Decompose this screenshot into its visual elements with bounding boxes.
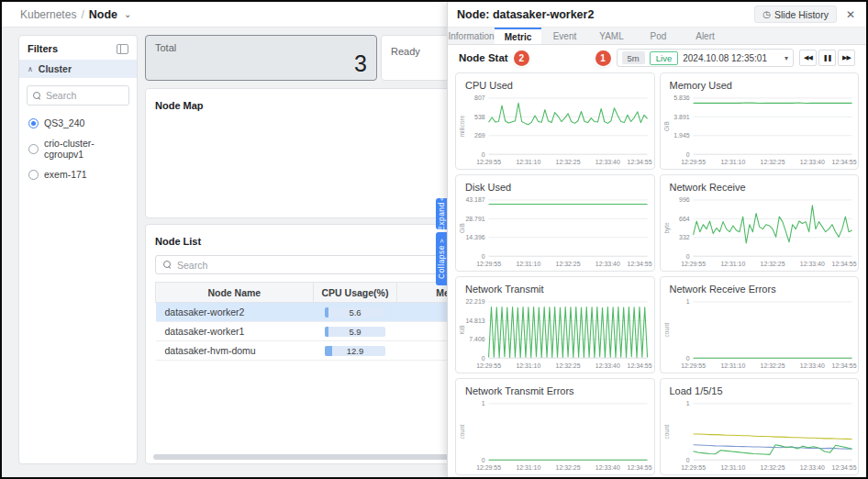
svg-text:12:32:25: 12:32:25 [556,159,581,165]
fast-forward-button[interactable]: ▶▶ [838,50,855,66]
collapse-side-tab[interactable]: Collapse > [436,232,447,285]
interval-chip[interactable]: 5m [622,51,645,64]
datetime-value[interactable]: 2024.10.08 12:35:01 [683,53,767,63]
chart-card-load: Load 1/5/15 01count12:29:5512:31:1012:32… [660,378,860,475]
svg-text:12:29:55: 12:29:55 [681,362,706,369]
svg-text:0: 0 [482,253,485,260]
svg-text:12:32:25: 12:32:25 [760,261,785,267]
live-chip[interactable]: Live [650,51,678,65]
network-transmit-chart: 07.40614.81322.219KiB12:29:5512:31:1012:… [456,295,654,372]
svg-text:12:34:55: 12:34:55 [831,464,856,471]
chart-title: Load 1/5/15 [661,379,859,396]
svg-text:12:34:55: 12:34:55 [628,362,652,369]
svg-text:14.396: 14.396 [466,234,485,240]
column-header-cpu-usage[interactable]: CPU Usage(%) [313,283,397,303]
cluster-option-crio-cluster[interactable]: crio-cluster-cgroupv1 [19,133,137,164]
app-window: Kubernetes / Node ⌄ Filters ∧ Cluster QS… [0,0,868,479]
column-header-node-name[interactable]: Node Name [156,283,314,303]
svg-text:0: 0 [482,355,485,362]
svg-text:996: 996 [679,196,690,203]
breadcrumb: Kubernetes / Node ⌄ [2,2,447,28]
expand-side-tab[interactable]: Expand < [436,198,447,229]
breadcrumb-node[interactable]: Node [89,8,117,21]
tab-information[interactable]: Information [448,28,495,44]
chart-title: Network Receive Errors [661,277,859,295]
total-summary-card[interactable]: Total 3 [145,35,377,81]
chart-title: Disk Used [456,175,654,193]
network-receive-errors-chart: 01count12:29:5512:31:1012:32:2512:33:401… [661,295,859,372]
annotation-badge-2: 2 [514,50,529,66]
radio-icon[interactable] [28,144,39,154]
radio-icon[interactable] [28,170,39,180]
svg-text:0: 0 [685,151,689,158]
chart-title: Network Transmit Errors [456,379,654,396]
chevron-up-icon: ∧ [28,65,33,73]
svg-text:1: 1 [685,298,689,305]
node-link[interactable]: datasaker-hvm-domu [156,341,314,361]
close-icon[interactable]: ✕ [844,8,857,21]
slide-history-button[interactable]: ◷ Slide History [754,6,837,23]
svg-text:7.406: 7.406 [469,336,484,342]
chart-card-network-receive-errors: Network Receive Errors 01count12:29:5512… [660,276,860,373]
svg-text:12:32:25: 12:32:25 [556,261,581,267]
radio-selected-icon[interactable] [28,118,39,128]
node-link[interactable]: datasaker-worker2 [156,303,314,322]
svg-text:5.836: 5.836 [673,95,689,101]
disk-used-chart: 014.39628.79143.187GiB12:29:5512:31:1012… [456,193,654,270]
chart-card-cpu-used: CPU Used 0269538807millicore12:29:5512:3… [455,72,655,170]
metric-charts-grid: CPU Used 0269538807millicore12:29:5512:3… [448,71,866,477]
memory-used-chart: 01.9453.8915.836GiB12:29:5512:31:1012:32… [661,91,859,168]
cluster-section-header[interactable]: ∧ Cluster [19,60,137,78]
svg-text:0: 0 [482,151,485,158]
svg-text:count: count [459,424,465,439]
svg-text:0: 0 [482,457,485,463]
tab-yaml[interactable]: YAML [588,28,635,44]
node-link[interactable]: datasaker-worker1 [156,322,314,341]
svg-text:12:31:10: 12:31:10 [516,464,540,471]
cpu-usage-bar: 5.6 [325,307,385,317]
tab-metric[interactable]: Metric [495,28,541,44]
svg-text:12:34:55: 12:34:55 [831,362,856,369]
chart-title: Memory Used [661,73,859,91]
svg-text:12:31:10: 12:31:10 [720,159,745,165]
network-transmit-errors-chart: 01count12:29:5512:31:1012:32:2512:33:401… [456,396,654,473]
rewind-button[interactable]: ◀◀ [799,50,817,66]
slide-history-label: Slide History [774,9,829,20]
breadcrumb-kubernetes[interactable]: Kubernetes [20,8,76,21]
svg-text:12:32:25: 12:32:25 [760,159,785,165]
cluster-search-field[interactable] [46,90,123,101]
node-detail-panel: Node: datasaker-worker2 ◷ Slide History … [447,2,866,477]
svg-text:12:33:40: 12:33:40 [799,261,824,267]
load-1-5-15-chart: 01count12:29:5512:31:1012:32:2512:33:401… [661,396,859,473]
svg-text:14.813: 14.813 [466,317,485,324]
chevron-down-icon[interactable]: ▾ [785,54,788,62]
svg-text:12:29:55: 12:29:55 [681,159,706,165]
svg-text:count: count [662,322,669,337]
svg-text:GiB: GiB [459,223,465,233]
cluster-search-input[interactable] [27,85,129,106]
pause-button[interactable]: ❚❚ [818,50,836,66]
cluster-option-qs3-240[interactable]: QS3_240 [19,113,137,133]
svg-text:664: 664 [679,216,690,222]
tab-pod[interactable]: Pod [635,28,682,44]
filters-title: Filters [28,43,58,54]
svg-text:12:32:25: 12:32:25 [760,362,785,369]
svg-text:1.945: 1.945 [673,132,689,139]
collapse-sidebar-icon[interactable] [117,44,128,54]
svg-text:12:33:40: 12:33:40 [799,362,824,369]
tab-event[interactable]: Event [541,28,588,44]
total-value: 3 [354,53,367,73]
chart-card-disk-used: Disk Used 014.39628.79143.187GiB12:29:55… [455,174,655,272]
expand-label: Expand [437,203,446,232]
svg-text:12:31:10: 12:31:10 [720,464,745,471]
clock-icon: ◷ [762,9,771,19]
svg-text:12:31:10: 12:31:10 [720,362,745,369]
chevron-down-icon[interactable]: ⌄ [124,9,131,19]
chart-title: CPU Used [456,73,654,91]
cpu-usage-bar: 5.9 [325,327,385,337]
svg-text:12:29:55: 12:29:55 [476,261,501,267]
cluster-option-exem-171[interactable]: exem-171 [19,164,137,184]
node-list-title: Node List [155,236,201,247]
time-range-control: 5m Live 2024.10.08 12:35:01 ▾ [617,49,794,67]
tab-alert[interactable]: Alert [682,28,729,44]
